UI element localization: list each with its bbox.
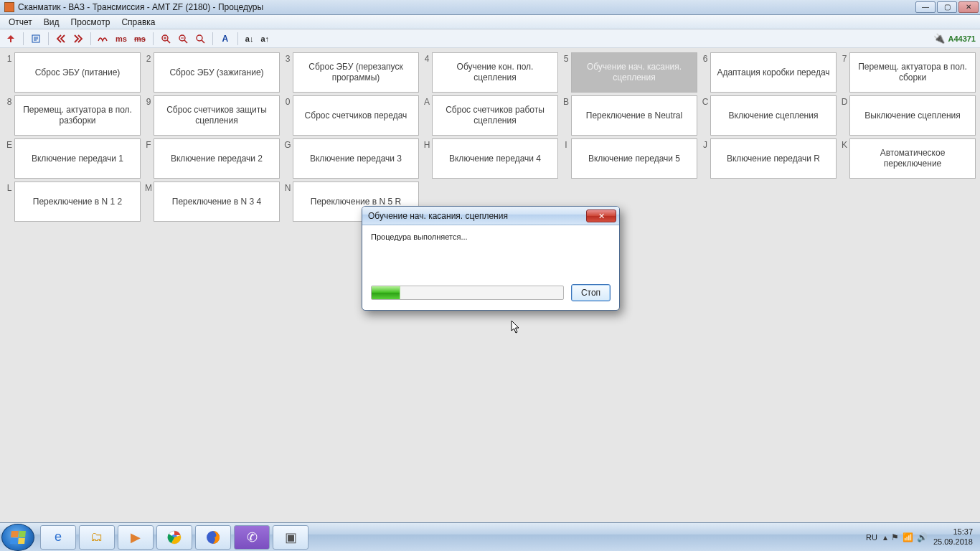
procedure-button[interactable]: Сброс счетчиков передач	[293, 95, 419, 136]
procedure-cell: 2Сброс ЭБУ (зажигание)	[143, 52, 280, 93]
procedure-cell: 3Сброс ЭБУ (перезапуск программы)	[283, 52, 419, 93]
connection-status: 🔌 A44371	[933, 33, 976, 44]
dialog-bottom-row: Стоп	[371, 284, 611, 301]
window-controls: — ▢ ✕	[915, 1, 980, 13]
procedure-button[interactable]: Автоматическое переключение	[849, 138, 976, 179]
taskbar-explorer[interactable]: 🗂	[79, 525, 115, 550]
taskbar-media[interactable]: ▶	[118, 525, 154, 550]
close-button[interactable]: ✕	[958, 1, 979, 13]
notepad-icon[interactable]	[29, 32, 42, 45]
ms-icon[interactable]: ms	[114, 32, 128, 45]
taskbar-viber[interactable]: ✆	[234, 525, 270, 550]
ms-strike-icon[interactable]: ms	[133, 32, 147, 45]
toolbar-separator	[212, 32, 213, 45]
procedure-cell: 1Сброс ЭБУ (питание)	[4, 52, 141, 93]
procedure-button[interactable]: Переключение в N 1 2	[14, 182, 141, 222]
tray-icons: ▴ ⚑ 📶 🔊	[883, 532, 928, 542]
zoom-in-icon[interactable]	[159, 32, 172, 45]
zoom-out-icon[interactable]	[176, 32, 189, 45]
procedure-cell: 5Обучение нач. касания. сцепления	[561, 52, 697, 93]
taskbar-firefox[interactable]	[195, 525, 231, 550]
procedure-hotkey: M	[143, 182, 154, 222]
procedure-button[interactable]: Сброс ЭБУ (питание)	[14, 52, 141, 93]
procedure-button[interactable]: Переключение в N 3 4	[154, 182, 280, 222]
procedure-grid: 1Сброс ЭБУ (питание)2Сброс ЭБУ (зажигани…	[4, 52, 976, 222]
clock-time: 15:37	[933, 527, 973, 537]
svg-line-9	[184, 40, 187, 43]
windows-logo-icon	[10, 531, 26, 544]
procedure-button[interactable]: Адаптация коробки передач	[710, 52, 837, 93]
procedure-cell: JВключение передачи R	[700, 138, 837, 179]
forward-icon[interactable]	[72, 32, 85, 45]
taskbar-app[interactable]: ▣	[273, 525, 308, 550]
start-button[interactable]	[1, 524, 34, 551]
procedure-hotkey: J	[700, 138, 710, 179]
procedure-button[interactable]: Включение передачи R	[710, 138, 837, 179]
procedure-hotkey: K	[839, 138, 849, 179]
menu-help[interactable]: Справка	[116, 16, 161, 29]
procedure-cell: FВключение передачи 2	[143, 138, 280, 179]
procedure-cell: 7Перемещ. актуатора в пол. сборки	[839, 52, 976, 93]
maximize-button[interactable]: ▢	[937, 1, 957, 13]
procedure-cell: 8Перемещ. актуатора в пол. разборки	[4, 95, 141, 136]
procedure-hotkey: H	[422, 138, 432, 179]
sort-asc-icon[interactable]: a↓	[244, 32, 255, 45]
tray-network-icon[interactable]: 📶	[903, 532, 913, 542]
procedure-button[interactable]: Включение передачи 3	[293, 138, 419, 179]
zoom-reset-icon[interactable]	[194, 32, 207, 45]
plug-icon: 🔌	[933, 33, 945, 44]
status-code: A44371	[948, 34, 976, 43]
tray-flag-icon[interactable]: ⚑	[891, 532, 899, 542]
procedure-button[interactable]: Обучение кон. пол. сцепления	[432, 52, 558, 93]
menubar: Отчет Вид Просмотр Справка	[0, 15, 980, 29]
letter-a-icon[interactable]: A	[219, 32, 232, 45]
dialog-close-button[interactable]: ✕	[586, 209, 616, 222]
procedure-button[interactable]: Обучение нач. касания. сцепления	[571, 52, 697, 93]
rewind-icon[interactable]	[55, 32, 67, 45]
procedure-button[interactable]: Выключение сцепления	[849, 95, 976, 136]
procedure-hotkey: B	[561, 95, 571, 136]
procedure-button[interactable]: Сброс ЭБУ (перезапуск программы)	[293, 52, 419, 93]
procedure-hotkey: L	[4, 182, 14, 222]
clock[interactable]: 15:37 25.09.2018	[933, 527, 973, 546]
procedure-button[interactable]: Перемещ. актуатора в пол. разборки	[14, 95, 141, 136]
procedure-hotkey: N	[283, 182, 293, 222]
taskbar-ie[interactable]: e	[40, 525, 76, 550]
procedure-button[interactable]: Сброс счетчиков работы сцепления	[432, 95, 558, 136]
procedure-hotkey: A	[422, 95, 432, 136]
stop-button[interactable]: Стоп	[571, 284, 611, 301]
dialog-titlebar[interactable]: Обучение нач. касания. сцепления ✕	[362, 207, 619, 225]
menu-view[interactable]: Вид	[38, 16, 65, 29]
procedure-cell: MПереключение в N 3 4	[143, 182, 280, 222]
procedure-button[interactable]: Включение передачи 4	[432, 138, 558, 179]
procedure-button[interactable]: Включение передачи 5	[571, 138, 697, 179]
procedure-button[interactable]: Переключение в Neutral	[571, 95, 697, 136]
taskbar-chrome[interactable]	[156, 525, 192, 550]
procedure-cell: DВыключение сцепления	[839, 95, 976, 136]
procedure-button[interactable]: Включение передачи 2	[154, 138, 280, 179]
procedure-hotkey: G	[283, 138, 293, 179]
procedure-cell: CВключение сцепления	[700, 95, 837, 136]
procedure-button[interactable]: Перемещ. актуатора в пол. сборки	[849, 52, 976, 93]
sort-desc-icon[interactable]: a↑	[259, 32, 270, 45]
minimize-button[interactable]: —	[915, 1, 936, 13]
tray-volume-icon[interactable]: 🔊	[917, 532, 928, 542]
procedure-button[interactable]: Включение сцепления	[710, 95, 837, 136]
procedure-hotkey: 6	[700, 52, 710, 93]
menu-preview[interactable]: Просмотр	[65, 16, 116, 29]
system-tray: RU ▴ ⚑ 📶 🔊 15:37 25.09.2018	[866, 527, 980, 546]
procedure-cell: AСброс счетчиков работы сцепления	[422, 95, 558, 136]
back-arrow-icon[interactable]	[4, 32, 17, 45]
procedure-button[interactable]: Сброс ЭБУ (зажигание)	[154, 52, 280, 93]
toolbar-separator	[90, 32, 91, 45]
language-indicator[interactable]: RU	[866, 533, 877, 542]
menu-report[interactable]: Отчет	[3, 16, 38, 29]
taskbar-items: e 🗂 ▶ ✆ ▣	[40, 525, 308, 550]
progress-bar	[371, 286, 564, 300]
tray-arrow-icon[interactable]: ▴	[883, 532, 887, 542]
toolbar-separator	[48, 32, 49, 45]
signal-icon[interactable]	[97, 32, 110, 45]
taskbar: e 🗂 ▶ ✆ ▣ RU ▴ ⚑ 📶 🔊 15:37 25.09.2018	[0, 522, 980, 551]
procedure-button[interactable]: Сброс счетчиков защиты сцепления	[154, 95, 280, 136]
procedure-button[interactable]: Включение передачи 1	[14, 138, 141, 179]
